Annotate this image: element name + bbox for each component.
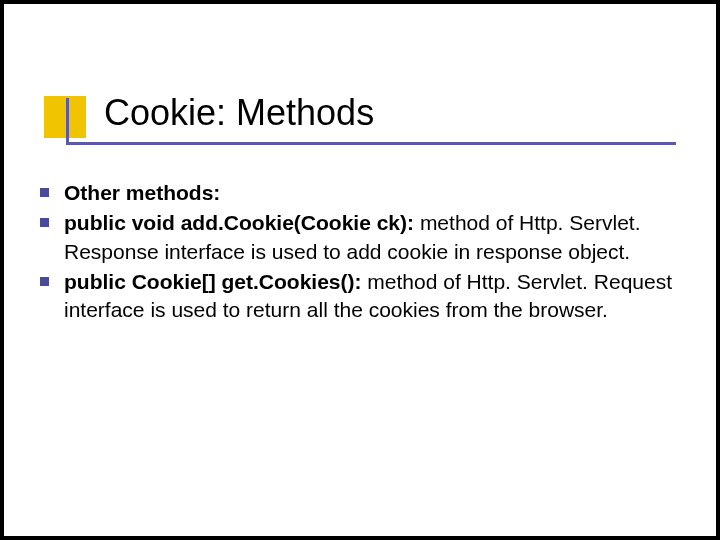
slide-title: Cookie: Methods bbox=[104, 92, 374, 134]
title-underline bbox=[66, 142, 676, 145]
title-accent-square bbox=[44, 96, 86, 138]
list-item: Other methods: bbox=[40, 179, 700, 207]
list-item: public Cookie[] get.Cookies(): method of… bbox=[40, 268, 700, 325]
bullet-icon bbox=[40, 188, 49, 197]
bullet-bold: public void add.Cookie(Cookie ck): bbox=[64, 211, 414, 234]
bullet-bold: Other methods: bbox=[64, 181, 220, 204]
slide: Cookie: Methods Other methods: public vo… bbox=[4, 4, 716, 536]
bullet-icon bbox=[40, 218, 49, 227]
slide-body: Other methods: public void add.Cookie(Co… bbox=[40, 179, 700, 327]
title-tick bbox=[66, 98, 69, 142]
bullet-bold: public Cookie[] get.Cookies(): bbox=[64, 270, 362, 293]
list-item: public void add.Cookie(Cookie ck): metho… bbox=[40, 209, 700, 266]
bullet-icon bbox=[40, 277, 49, 286]
